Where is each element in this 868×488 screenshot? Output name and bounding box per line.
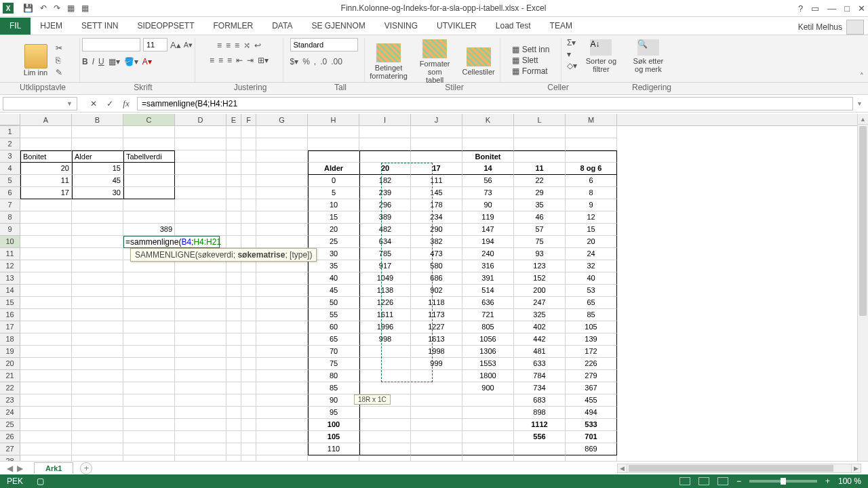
cell[interactable] (241, 199, 256, 211)
cell[interactable] (256, 455, 308, 461)
cell[interactable] (411, 138, 462, 150)
cell[interactable]: 60 (308, 321, 359, 333)
ribbon-tab-hjem[interactable]: HJEM (31, 18, 72, 35)
cell[interactable]: 147 (462, 224, 514, 236)
col-header-C[interactable]: C (123, 114, 175, 125)
cell[interactable] (20, 370, 72, 382)
cell[interactable]: 917 (359, 260, 411, 272)
cell[interactable] (123, 358, 175, 370)
cell[interactable] (256, 175, 308, 187)
cell[interactable] (20, 224, 72, 236)
col-header-A[interactable]: A (20, 114, 72, 125)
cell[interactable] (411, 455, 462, 461)
cell[interactable]: 455 (566, 394, 617, 407)
cell[interactable]: 1613 (411, 333, 462, 346)
row-header[interactable]: 15 (0, 297, 20, 309)
help-icon[interactable]: ? (798, 3, 803, 14)
cell[interactable]: 898 (514, 407, 566, 419)
cell[interactable] (175, 272, 226, 285)
cell[interactable] (123, 407, 175, 419)
cell[interactable] (72, 236, 123, 248)
number-format-select[interactable] (290, 38, 358, 52)
zoom-in-button[interactable]: + (825, 476, 830, 486)
ribbon-tab-sett-inn[interactable]: SETT INN (72, 18, 127, 35)
cell[interactable]: 633 (514, 358, 566, 370)
cell[interactable] (462, 138, 514, 150)
col-header-E[interactable]: E (226, 114, 241, 125)
cell[interactable] (256, 224, 308, 236)
cell[interactable]: 1800 (462, 370, 514, 382)
cell[interactable] (20, 199, 72, 211)
cell[interactable] (241, 358, 256, 370)
cell[interactable] (226, 297, 241, 309)
cell[interactable] (175, 346, 226, 358)
cell[interactable] (256, 163, 308, 175)
font-color-button[interactable]: A▾ (142, 57, 152, 66)
cell[interactable]: 239 (359, 187, 411, 199)
cell[interactable]: 35 (514, 199, 566, 211)
cell[interactable] (226, 455, 241, 461)
cell[interactable] (462, 394, 514, 407)
cell[interactable]: 1996 (359, 321, 411, 333)
row-header[interactable]: 23 (0, 394, 20, 407)
cell[interactable] (175, 163, 226, 175)
cell[interactable]: 1112 (514, 419, 566, 431)
cell[interactable] (411, 394, 462, 407)
cell[interactable]: 20 (359, 163, 411, 175)
cell[interactable] (175, 419, 226, 431)
cell[interactable]: 80 (308, 370, 359, 382)
ribbon-tab-sideoppsett[interactable]: SIDEOPPSETT (127, 18, 203, 35)
cell[interactable] (359, 455, 411, 461)
cell[interactable]: 172 (566, 346, 617, 358)
cell[interactable]: 1138 (359, 285, 411, 297)
cell[interactable]: 1226 (359, 297, 411, 309)
cell[interactable]: 12 (566, 211, 617, 224)
cell[interactable]: 85 (308, 382, 359, 394)
select-all-corner[interactable] (0, 114, 20, 125)
cell[interactable]: 473 (411, 248, 462, 260)
cell[interactable] (226, 224, 241, 236)
cell[interactable] (256, 394, 308, 407)
cell[interactable]: 200 (514, 285, 566, 297)
cell[interactable] (226, 333, 241, 346)
cell[interactable]: 683 (514, 394, 566, 407)
cell[interactable] (359, 358, 411, 370)
cancel-formula-button[interactable]: ✕ (88, 99, 99, 108)
cell[interactable] (72, 370, 123, 382)
cell[interactable] (123, 394, 175, 407)
cell[interactable] (359, 126, 411, 138)
cell[interactable] (256, 150, 308, 163)
cut-button[interactable]: ✂ (56, 43, 65, 53)
ribbon-tab-load-test[interactable]: Load Test (486, 18, 540, 35)
cell[interactable] (72, 309, 123, 321)
cell[interactable]: 20 (308, 224, 359, 236)
cell[interactable] (123, 126, 175, 138)
zoom-out-button[interactable]: − (736, 476, 741, 486)
font-size-input[interactable] (143, 38, 167, 52)
cell[interactable] (256, 419, 308, 431)
cell[interactable] (256, 236, 308, 248)
macro-record-icon[interactable]: ▢ (37, 476, 44, 486)
col-header-D[interactable]: D (175, 114, 226, 125)
dec-dec-icon[interactable]: .00 (331, 57, 342, 66)
cell[interactable] (226, 346, 241, 358)
sheet-nav-prev-icon[interactable]: ◀ (7, 464, 13, 473)
cell[interactable] (72, 419, 123, 431)
cell[interactable] (20, 333, 72, 346)
cell[interactable]: 494 (566, 407, 617, 419)
cell[interactable] (175, 394, 226, 407)
cell[interactable]: Tabellverdi (123, 150, 175, 163)
cell[interactable]: 40 (308, 272, 359, 285)
cell[interactable] (226, 285, 241, 297)
cell[interactable] (72, 138, 123, 150)
row-header[interactable]: 24 (0, 407, 20, 419)
cell[interactable]: 105 (566, 321, 617, 333)
cell[interactable] (256, 211, 308, 224)
cell[interactable]: 32 (566, 260, 617, 272)
cell[interactable]: 11 (514, 163, 566, 175)
cell[interactable] (226, 358, 241, 370)
row-header[interactable]: 7 (0, 199, 20, 211)
cell[interactable]: 226 (566, 358, 617, 370)
cell[interactable] (20, 248, 72, 260)
maximize-icon[interactable]: □ (844, 3, 850, 14)
